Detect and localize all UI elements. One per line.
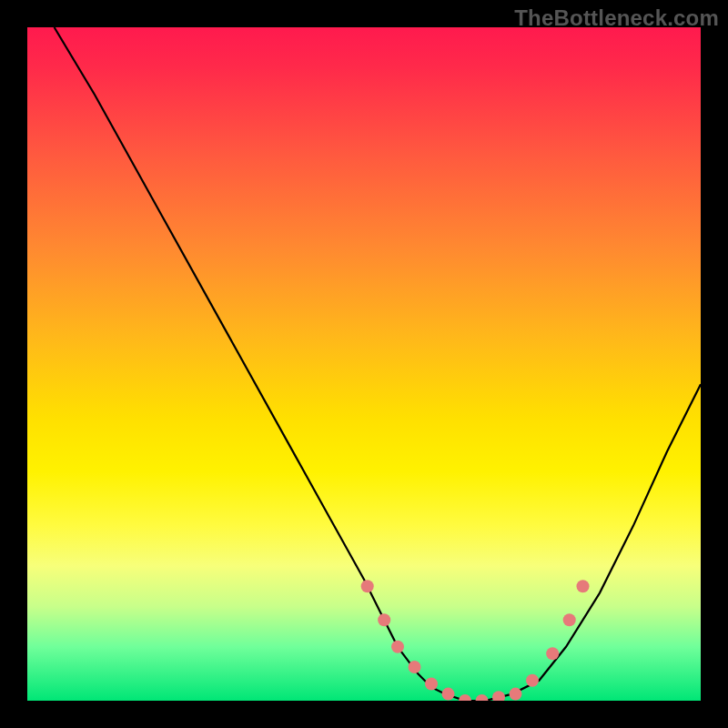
highlight-dot xyxy=(378,613,390,626)
highlight-dot xyxy=(361,580,374,592)
highlight-dot xyxy=(526,674,539,687)
highlight-dot xyxy=(442,688,455,701)
highlight-dot xyxy=(563,613,576,626)
highlight-dot xyxy=(546,647,559,660)
highlight-dot xyxy=(492,691,505,701)
highlight-dot xyxy=(391,641,404,653)
attribution-text: TheBottleneck.com xyxy=(514,5,719,31)
highlight-dot xyxy=(510,688,522,701)
chart-svg xyxy=(27,27,701,701)
highlight-dot xyxy=(476,694,489,701)
highlight-dot xyxy=(459,694,471,701)
highlight-dot xyxy=(577,580,590,592)
bottleneck-curve xyxy=(55,27,701,701)
highlight-dot xyxy=(425,678,438,691)
highlight-dot xyxy=(409,661,421,673)
